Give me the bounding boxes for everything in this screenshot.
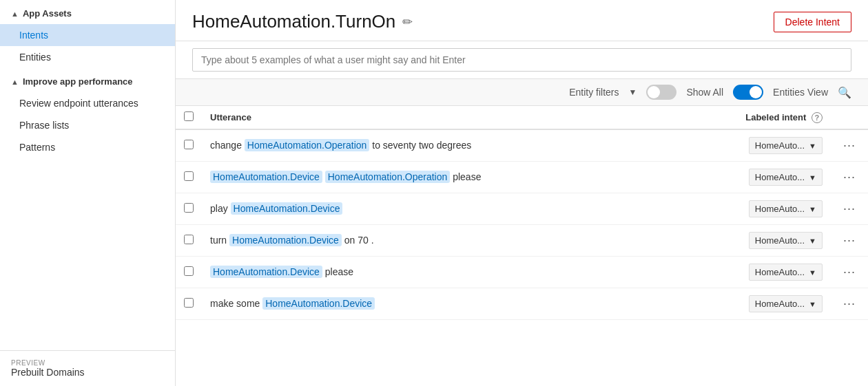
intent-dropdown[interactable]: HomeAuto...▼ [749,200,823,217]
col-actions [831,106,868,129]
more-actions-cell: ··· [831,193,868,225]
more-actions-cell: ··· [831,162,868,193]
utterance-cell: HomeAutomation.Device HomeAutomation.Ope… [202,162,693,193]
col-intent: Labeled intent ? [693,106,831,129]
row-checkbox[interactable] [184,171,194,181]
sidebar-item-entities[interactable]: Entities [0,46,175,68]
row-checkbox[interactable] [184,235,194,244]
utterance-cell: HomeAutomation.Device please [202,257,693,288]
more-actions-button[interactable]: ··· [839,264,860,281]
more-actions-cell: ··· [831,225,868,257]
main-title-area: HomeAutomation.TurnOn ✏ [192,11,413,32]
preview-label: PREVIEW [11,359,164,367]
intent-dropdown[interactable]: HomeAuto...▼ [749,169,823,186]
sidebar-section-label: Improve app performance [23,76,133,87]
page-title: HomeAutomation.TurnOn [192,11,395,32]
table-row: HomeAutomation.Device pleaseHomeAuto...▼… [176,257,868,288]
sidebar-section-improve[interactable]: ▲ Improve app performance [0,68,175,92]
col-checkbox [176,106,202,129]
intent-label: HomeAuto... [755,235,805,246]
sidebar-bottom: PREVIEW Prebuilt Domains [0,350,175,386]
intent-dropdown[interactable]: HomeAuto...▼ [749,137,823,154]
intent-dropdown[interactable]: HomeAuto...▼ [749,232,823,249]
entity-filters-toggle[interactable] [646,85,676,100]
edit-icon[interactable]: ✏ [402,14,413,30]
dropdown-chevron-icon: ▼ [809,237,816,245]
delete-intent-button[interactable]: Delete Intent [774,12,851,32]
sidebar-section-app-assets[interactable]: ▲ App Assets [0,0,175,24]
utterance-cell: change HomeAutomation.Operation to seven… [202,129,693,162]
entity-tag[interactable]: HomeAutomation.Device [231,202,343,215]
more-actions-cell: ··· [831,288,868,320]
table-row: HomeAutomation.Device HomeAutomation.Ope… [176,162,868,193]
help-icon[interactable]: ? [812,112,823,123]
more-actions-button[interactable]: ··· [839,169,860,186]
intent-dropdown[interactable]: HomeAuto...▼ [749,295,823,312]
utterances-table: Utterance Labeled intent ? change HomeAu… [176,106,868,320]
intent-label: HomeAuto... [755,204,805,214]
utterance-input-bar [176,41,868,79]
entities-view-label: Entities View [773,87,828,98]
intent-cell: HomeAuto...▼ [693,193,831,225]
sidebar-section-label: App Assets [23,8,72,19]
intent-cell: HomeAuto...▼ [693,225,831,257]
row-checkbox[interactable] [184,266,194,276]
intent-cell: HomeAuto...▼ [693,288,831,320]
row-checkbox-cell [176,193,202,225]
row-checkbox[interactable] [184,203,194,213]
entity-tag[interactable]: HomeAutomation.Device [210,171,322,183]
sidebar-item-patterns[interactable]: Patterns [0,136,175,158]
entity-tag[interactable]: HomeAutomation.Operation [245,139,370,151]
intent-cell: HomeAuto...▼ [693,257,831,288]
row-checkbox-cell [176,288,202,320]
entity-filters-chevron-icon[interactable]: ▼ [629,87,637,97]
entity-tag[interactable]: HomeAutomation.Device [210,266,322,278]
show-all-label: Show All [686,87,723,98]
more-actions-cell: ··· [831,257,868,288]
entity-filters-label: Entity filters [569,87,619,98]
table-area: Utterance Labeled intent ? change HomeAu… [176,106,868,386]
sidebar-item-intents[interactable]: Intents [0,24,175,46]
more-actions-button[interactable]: ··· [839,137,860,154]
table-row: play HomeAutomation.DeviceHomeAuto...▼··… [176,193,868,225]
intent-label: HomeAuto... [755,140,805,151]
row-checkbox-cell [176,257,202,288]
table-row: make some HomeAutomation.DeviceHomeAuto.… [176,288,868,320]
intent-label: HomeAuto... [755,299,805,309]
more-actions-cell: ··· [831,129,868,162]
chevron-icon: ▲ [11,10,19,18]
more-actions-button[interactable]: ··· [839,232,860,249]
entities-view-toggle[interactable] [733,85,763,100]
sidebar-item-review[interactable]: Review endpoint utterances [0,92,175,114]
utterance-cell: make some HomeAutomation.Device [202,288,693,320]
utterance-cell: play HomeAutomation.Device [202,193,693,225]
chevron-icon: ▲ [11,78,19,86]
entity-tag[interactable]: HomeAutomation.Device [229,234,342,246]
more-actions-button[interactable]: ··· [839,295,860,312]
intent-cell: HomeAuto...▼ [693,129,831,162]
more-actions-button[interactable]: ··· [839,200,860,217]
search-icon[interactable]: 🔍 [838,86,851,99]
sidebar: ▲ App Assets Intents Entities ▲ Improve … [0,0,176,386]
table-row: turn HomeAutomation.Device on 70 .HomeAu… [176,225,868,257]
row-checkbox-cell [176,162,202,193]
utterance-cell: turn HomeAutomation.Device on 70 . [202,225,693,257]
row-checkbox[interactable] [184,140,194,149]
entity-tag[interactable]: HomeAutomation.Device [262,297,375,310]
dropdown-chevron-icon: ▼ [809,173,816,182]
intent-dropdown[interactable]: HomeAuto...▼ [749,264,823,281]
utterance-input[interactable] [192,48,851,72]
dropdown-chevron-icon: ▼ [809,300,816,308]
sidebar-item-phrase-lists[interactable]: Phrase lists [0,114,175,136]
entity-tag[interactable]: HomeAutomation.Operation [325,171,451,183]
intent-label: HomeAuto... [755,172,805,182]
table-row: change HomeAutomation.Operation to seven… [176,129,868,162]
main-header: HomeAutomation.TurnOn ✏ Delete Intent [176,0,868,41]
row-checkbox-cell [176,129,202,162]
dropdown-chevron-icon: ▼ [809,205,816,213]
dropdown-chevron-icon: ▼ [809,142,816,150]
domain-label: Prebuilt Domains [11,367,85,378]
select-all-checkbox[interactable] [184,111,194,121]
col-utterance: Utterance [202,106,693,129]
row-checkbox[interactable] [184,298,194,308]
